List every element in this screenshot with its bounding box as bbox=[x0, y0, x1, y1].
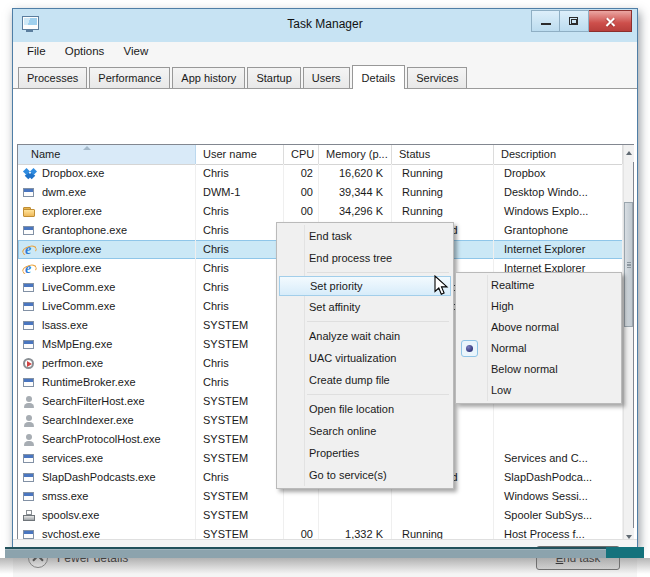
context-menu-item[interactable]: Properties bbox=[277, 442, 453, 464]
process-name-cell: RuntimeBroker.exe bbox=[18, 373, 196, 392]
tab[interactable]: Services bbox=[407, 67, 467, 88]
context-menu-item[interactable] bbox=[277, 391, 453, 398]
scrollbar-thumb[interactable] bbox=[624, 202, 633, 327]
context-menu-item[interactable]: End process tree bbox=[277, 247, 453, 269]
process-icon bbox=[22, 300, 37, 314]
vertical-scrollbar[interactable] bbox=[623, 145, 633, 545]
maximize-icon bbox=[569, 17, 578, 25]
context-menu-item[interactable]: Create dump file bbox=[277, 369, 453, 391]
menubar-item[interactable]: View bbox=[116, 42, 157, 59]
process-name: Dropbox.exe bbox=[42, 164, 104, 183]
context-menu-item[interactable]: Set affinity bbox=[277, 296, 453, 318]
process-name-cell: iexplore.exe bbox=[18, 240, 196, 259]
close-icon bbox=[605, 16, 616, 27]
column-header[interactable]: Name bbox=[18, 145, 196, 164]
table-row[interactable]: dwm.exe DWM-1 00 39,344 K Running Deskto… bbox=[18, 183, 623, 202]
context-menu-item[interactable]: Set priority bbox=[279, 276, 451, 296]
priority-submenu-item[interactable]: High bbox=[456, 296, 621, 317]
description-cell: Windows Explo... bbox=[494, 202, 623, 221]
context-menu-item-label: Search online bbox=[309, 425, 376, 437]
scroll-up-icon[interactable] bbox=[624, 145, 634, 162]
tab[interactable]: Users bbox=[303, 67, 350, 88]
process-name: lsass.exe bbox=[42, 316, 88, 335]
column-header[interactable]: Status bbox=[392, 145, 494, 164]
tabstrip: Processes Performance App history Startu… bbox=[13, 62, 637, 89]
column-header[interactable]: User name bbox=[196, 145, 284, 164]
process-name-cell: SearchProtocolHost.exe bbox=[18, 430, 196, 449]
table-row[interactable]: spoolsv.exe SYSTEM Spooler SubSys... bbox=[18, 506, 623, 525]
process-name-cell: services.exe bbox=[18, 449, 196, 468]
tab[interactable]: Startup bbox=[247, 67, 300, 88]
table-row[interactable]: explorer.exe Chris 00 34,296 K Running W… bbox=[18, 202, 623, 221]
priority-submenu-item[interactable]: Below normal bbox=[456, 359, 621, 380]
context-menu-item[interactable]: UAC virtualization bbox=[277, 347, 453, 369]
table-row[interactable]: smss.exe SYSTEM Windows Sessi... bbox=[18, 487, 623, 506]
context-menu-item[interactable]: Open file location bbox=[277, 398, 453, 420]
description-cell: Desktop Windo... bbox=[494, 183, 623, 202]
context-menu-item-label: Properties bbox=[309, 447, 359, 459]
priority-submenu-item[interactable]: Normal bbox=[456, 338, 621, 359]
column-header[interactable]: Memory (p... bbox=[319, 145, 392, 164]
description-cell: Windows Sessi... bbox=[494, 487, 623, 506]
menubar-item[interactable]: Options bbox=[57, 42, 113, 59]
menubar-item[interactable]: File bbox=[19, 42, 54, 59]
window-controls bbox=[531, 10, 632, 32]
priority-submenu-item[interactable]: Low bbox=[456, 380, 621, 401]
priority-submenu-item[interactable]: Above normal bbox=[456, 317, 621, 338]
minimize-button[interactable] bbox=[531, 10, 560, 32]
description-cell: Services and C... bbox=[494, 449, 623, 468]
process-icon bbox=[22, 471, 37, 485]
priority-submenu-item-label: Low bbox=[491, 384, 511, 396]
user-name-cell: SYSTEM bbox=[196, 316, 284, 335]
process-name: services.exe bbox=[42, 449, 103, 468]
context-menu-item[interactable]: End task bbox=[277, 225, 453, 247]
column-header-label: CPU bbox=[291, 148, 314, 160]
table-row[interactable]: Dropbox.exe Chris 02 16,620 K Running Dr… bbox=[18, 164, 623, 183]
process-name: LiveComm.exe bbox=[42, 297, 115, 316]
context-menu-item[interactable] bbox=[277, 318, 453, 325]
column-header-label: Name bbox=[31, 148, 60, 160]
context-menu-item-label: End process tree bbox=[309, 252, 392, 264]
user-name-cell: DWM-1 bbox=[196, 183, 284, 202]
process-icon bbox=[22, 186, 37, 200]
process-name-cell: MsMpEng.exe bbox=[18, 335, 196, 354]
memory-cell: 16,620 K bbox=[319, 164, 392, 183]
description-cell: Dropbox bbox=[494, 164, 623, 183]
tab[interactable]: Processes bbox=[18, 67, 87, 88]
context-menu-item-label: Open file location bbox=[309, 403, 394, 415]
context-menu-item[interactable]: Search online bbox=[277, 420, 453, 442]
tab[interactable]: App history bbox=[172, 67, 245, 88]
user-name-cell: Chris bbox=[196, 354, 284, 373]
priority-submenu-item[interactable]: Realtime bbox=[456, 275, 621, 296]
maximize-button[interactable] bbox=[560, 10, 589, 32]
priority-submenu-item-label: Realtime bbox=[491, 279, 534, 291]
tab[interactable]: Details bbox=[352, 65, 406, 89]
context-menu-item-label: Set affinity bbox=[309, 301, 360, 313]
user-name-cell: SYSTEM bbox=[196, 411, 284, 430]
process-icon bbox=[22, 452, 37, 466]
process-icon bbox=[22, 243, 37, 257]
titlebar[interactable]: Task Manager bbox=[13, 9, 637, 42]
user-name-cell: Chris bbox=[196, 221, 284, 240]
process-icon bbox=[22, 414, 37, 428]
process-icon bbox=[22, 490, 37, 504]
user-name-cell: Chris bbox=[196, 164, 284, 183]
tab[interactable]: Performance bbox=[89, 67, 170, 88]
close-button[interactable] bbox=[589, 10, 632, 32]
process-icon bbox=[22, 357, 37, 371]
context-menu-item[interactable]: Analyze wait chain bbox=[277, 325, 453, 347]
process-name: MsMpEng.exe bbox=[42, 335, 112, 354]
column-header[interactable]: CPU bbox=[284, 145, 319, 164]
process-name: SearchFilterHost.exe bbox=[42, 392, 145, 411]
status-cell bbox=[392, 487, 494, 506]
user-name-cell: SYSTEM bbox=[196, 449, 284, 468]
process-name: smss.exe bbox=[42, 487, 88, 506]
context-menu-item[interactable] bbox=[277, 269, 453, 276]
user-name-cell: SYSTEM bbox=[196, 506, 284, 525]
user-name-cell: Chris bbox=[196, 468, 284, 487]
process-name: SlapDashPodcasts.exe bbox=[42, 468, 156, 487]
column-header[interactable]: Description bbox=[494, 145, 623, 164]
memory-cell: 34,296 K bbox=[319, 202, 392, 221]
context-menu-item[interactable]: Go to service(s) bbox=[277, 464, 453, 486]
priority-submenu-item-label: Below normal bbox=[491, 363, 558, 375]
